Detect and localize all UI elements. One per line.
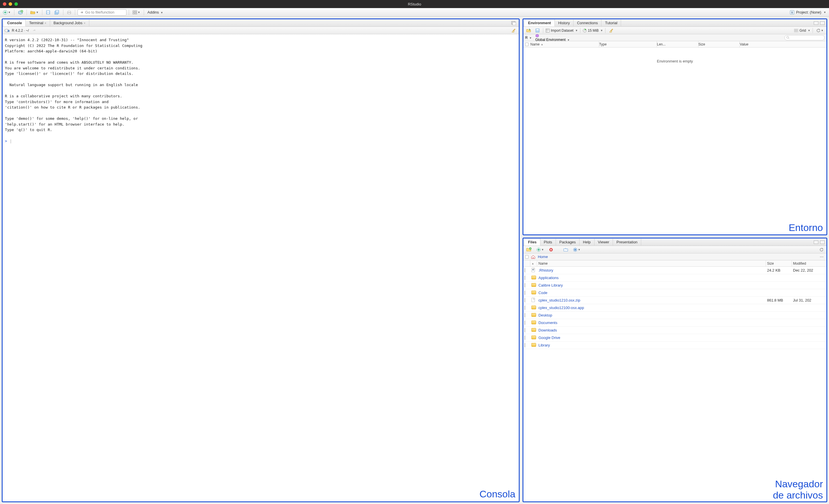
minimize-pane-button[interactable] <box>814 21 818 25</box>
file-name-link[interactable]: Desktop <box>537 313 766 317</box>
home-icon[interactable] <box>531 255 536 259</box>
delete-file-button[interactable] <box>548 247 554 252</box>
clear-console-button[interactable] <box>510 28 517 33</box>
file-name-link[interactable]: cplex_studio12100-osx.app <box>537 305 766 310</box>
env-col-size[interactable]: Size <box>698 41 740 47</box>
file-checkbox[interactable] <box>525 321 525 325</box>
open-file-button[interactable]: ▼ <box>29 9 40 15</box>
addins-menu[interactable]: Addins ▼ <box>146 10 164 14</box>
env-subtoolbar: Import Dataset ▼ 15 MiB ▼ Grid ▼ <box>524 27 826 34</box>
file-name-link[interactable]: .Rhistory <box>537 268 766 273</box>
rename-file-button[interactable] <box>562 247 569 252</box>
pane-layout-button[interactable]: ▼ <box>131 10 141 15</box>
file-checkbox[interactable] <box>525 291 525 295</box>
file-checkbox[interactable] <box>525 335 525 340</box>
file-checkbox[interactable] <box>525 268 525 273</box>
file-checkbox[interactable] <box>525 305 525 310</box>
cube-plus-icon <box>18 10 23 15</box>
tab-packages[interactable]: Packages <box>556 239 580 245</box>
tab-history[interactable]: History <box>555 20 574 26</box>
tab-tutorial[interactable]: Tutorial <box>602 20 621 26</box>
refresh-env-button[interactable]: ▼ <box>815 28 825 33</box>
file-checkbox[interactable] <box>525 328 525 332</box>
save-all-button[interactable] <box>53 9 61 15</box>
project-menu[interactable]: R Project: (None) ▼ <box>789 10 827 15</box>
breadcrumb-more-button[interactable]: ⋯ <box>820 255 825 259</box>
print-icon <box>67 10 71 14</box>
clear-objects-button[interactable] <box>608 28 615 33</box>
select-all-files-checkbox[interactable] <box>525 255 529 259</box>
maximize-window-button[interactable] <box>14 2 18 6</box>
file-checkbox[interactable] <box>525 298 525 302</box>
file-icon <box>532 298 535 302</box>
file-name-link[interactable]: Calibre Library <box>537 283 766 287</box>
files-col-modified[interactable]: Modified <box>792 260 826 266</box>
print-button[interactable] <box>66 10 73 15</box>
import-dataset-button[interactable]: Import Dataset ▼ <box>546 29 578 33</box>
close-window-button[interactable] <box>3 2 6 6</box>
tab-background-jobs[interactable]: Background Jobs × <box>50 20 89 26</box>
file-name-link[interactable]: Documents <box>537 321 766 325</box>
maximize-pane-button[interactable] <box>820 21 825 25</box>
save-workspace-button[interactable] <box>534 28 541 33</box>
files-breadcrumb: Home ⋯ <box>524 253 826 260</box>
select-all-checkbox[interactable] <box>525 43 529 46</box>
tab-connections[interactable]: Connections <box>574 20 602 26</box>
load-workspace-button[interactable] <box>525 28 532 33</box>
minimize-pane-button[interactable] <box>814 241 818 244</box>
file-row: Library <box>524 341 826 349</box>
tab-console[interactable]: Console <box>4 19 26 27</box>
files-col-name[interactable]: Name <box>537 260 766 266</box>
popout-pane-button[interactable] <box>510 21 517 26</box>
tab-environment[interactable]: Environment <box>525 19 554 27</box>
env-col-name[interactable]: Name ▲ <box>530 41 599 47</box>
language-scope-button[interactable]: R ▼ <box>525 36 532 40</box>
minimize-window-button[interactable] <box>9 2 12 6</box>
svg-rect-11 <box>133 11 135 12</box>
tab-terminal[interactable]: Terminal × <box>26 20 50 26</box>
file-checkbox[interactable] <box>525 276 525 280</box>
file-checkbox[interactable] <box>525 283 525 287</box>
file-name-link[interactable]: Google Drive <box>537 335 766 340</box>
tab-presentation[interactable]: Presentation <box>613 239 641 245</box>
console-output[interactable]: R version 4.2.2 (2022-10-31) -- "Innocen… <box>3 34 519 501</box>
new-blank-file-button[interactable]: ▼ <box>536 247 545 252</box>
save-button[interactable] <box>45 9 51 15</box>
env-col-value[interactable]: Value <box>740 41 825 47</box>
close-icon[interactable]: × <box>83 21 85 25</box>
env-search-input[interactable] <box>784 35 825 40</box>
file-checkbox[interactable] <box>525 313 525 317</box>
breadcrumb-home[interactable]: Home <box>538 255 548 259</box>
tab-plots[interactable]: Plots <box>540 239 556 245</box>
file-name-link[interactable]: cplex_studio1210.osx.zip <box>537 298 766 302</box>
console-share-button[interactable] <box>31 28 37 33</box>
tab-viewer[interactable]: Viewer <box>594 239 613 245</box>
file-name-link[interactable]: Applications <box>537 276 766 280</box>
files-list[interactable]: R.Rhistory24.2 KBDec 22, 202Applications… <box>524 267 826 501</box>
sort-asc-icon[interactable]: ▲ <box>532 262 534 265</box>
file-checkbox[interactable] <box>525 343 525 347</box>
memory-usage-button[interactable]: 15 MiB ▼ <box>583 29 603 33</box>
new-folder-button[interactable] <box>525 247 533 252</box>
env-col-len[interactable]: Len... <box>657 41 698 47</box>
env-scope-button[interactable]: Global Environment ▼ <box>535 34 570 42</box>
files-tabstrip: Files Plots Packages Help Viewer Present… <box>524 239 826 246</box>
tab-help[interactable]: Help <box>580 239 594 245</box>
new-file-button[interactable]: ▼ <box>2 9 12 15</box>
file-name-link[interactable]: Downloads <box>537 328 766 332</box>
gear-icon <box>573 248 577 252</box>
svg-text:R: R <box>791 11 793 14</box>
goto-file-function-box[interactable]: Go to file/function <box>77 9 127 15</box>
view-mode-button[interactable]: Grid ▼ <box>794 29 810 33</box>
pane-annotation-consola: Consola <box>479 489 515 500</box>
file-name-link[interactable]: Library <box>537 343 766 347</box>
tab-files[interactable]: Files <box>525 238 540 246</box>
file-name-link[interactable]: Code <box>537 291 766 295</box>
close-icon[interactable]: × <box>44 21 46 25</box>
new-project-button[interactable] <box>17 9 24 15</box>
env-col-type[interactable]: Type <box>599 41 657 47</box>
refresh-files-button[interactable] <box>818 247 825 252</box>
files-col-size[interactable]: Size <box>766 260 792 266</box>
more-file-actions-button[interactable]: ▼ <box>572 247 582 252</box>
maximize-pane-button[interactable] <box>820 241 825 244</box>
